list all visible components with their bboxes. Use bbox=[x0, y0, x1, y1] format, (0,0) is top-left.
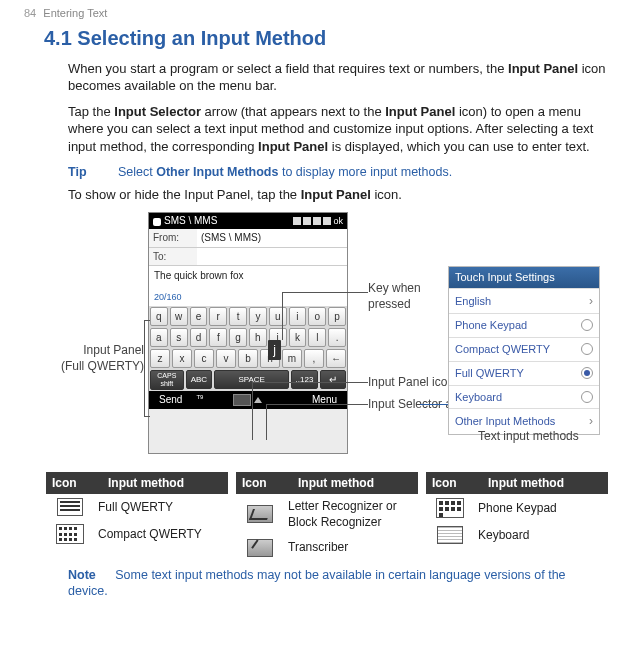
message-editor[interactable]: The quick brown fox 20/160 bbox=[149, 266, 347, 306]
key-l[interactable]: l bbox=[308, 328, 326, 347]
to-value[interactable] bbox=[197, 248, 347, 266]
table-row: Phone Keypad bbox=[426, 494, 608, 522]
send-softkey[interactable]: Send bbox=[159, 393, 182, 407]
method-label: Keyboard bbox=[455, 390, 502, 405]
from-row: From: (SMS \ MMS) bbox=[149, 229, 347, 248]
th-icon: Icon bbox=[46, 472, 102, 494]
callout-input-panel: Input Panel (Full QWERTY) bbox=[58, 342, 144, 374]
key-o[interactable]: o bbox=[308, 307, 326, 326]
table-row: Keyboard bbox=[426, 522, 608, 548]
radio-icon bbox=[581, 319, 593, 331]
method-name: Transcriber bbox=[282, 539, 416, 555]
figure: SMS \ MMS ok From: (SMS \ MMS) To: T bbox=[68, 212, 608, 462]
radio-icon bbox=[581, 391, 593, 403]
ok-button[interactable]: ok bbox=[333, 215, 343, 227]
method-item[interactable]: Keyboard bbox=[449, 385, 599, 409]
radio-icon bbox=[581, 367, 593, 379]
phone-topbar: SMS \ MMS ok bbox=[149, 213, 347, 229]
key-a[interactable]: a bbox=[150, 328, 168, 347]
input-methods-menu[interactable]: Touch Input Settings English›Phone Keypa… bbox=[448, 266, 600, 435]
symbol-key[interactable]: ..123 bbox=[291, 370, 317, 389]
key-,[interactable]: , bbox=[304, 349, 324, 368]
paragraph-3: To show or hide the Input Panel, tap the… bbox=[68, 186, 608, 204]
chevron-right-icon: › bbox=[589, 293, 593, 309]
pressed-key-popup: j bbox=[268, 340, 281, 360]
phone-screenshot: SMS \ MMS ok From: (SMS \ MMS) To: T bbox=[148, 212, 348, 454]
method-item[interactable]: English› bbox=[449, 288, 599, 313]
tip-line: Tip Select Other Input Methods to displa… bbox=[68, 164, 608, 181]
table-col3: Icon Input method Phone KeypadKeyboard bbox=[426, 472, 608, 561]
method-item[interactable]: Phone Keypad bbox=[449, 313, 599, 337]
paragraph-2: Tap the Input Selector arrow (that appea… bbox=[68, 103, 608, 156]
method-name: Compact QWERTY bbox=[92, 526, 226, 542]
method-item[interactable]: Compact QWERTY bbox=[449, 337, 599, 361]
to-row: To: bbox=[149, 248, 347, 267]
th-method: Input method bbox=[102, 472, 228, 494]
key-x[interactable]: x bbox=[172, 349, 192, 368]
method-label: Compact QWERTY bbox=[455, 342, 550, 357]
note-text: Some text input methods may not be avail… bbox=[68, 568, 566, 599]
radio-icon bbox=[581, 343, 593, 355]
softkey-bar: Send Menu bbox=[149, 391, 347, 409]
callout-key-pressed: Key when pressed bbox=[368, 280, 458, 312]
table-row: Transcriber bbox=[236, 535, 418, 561]
methods-header: Touch Input Settings bbox=[449, 267, 599, 288]
diag-icon bbox=[247, 505, 273, 523]
key-←[interactable]: ← bbox=[326, 349, 346, 368]
caps-shift-key[interactable]: CAPS shift bbox=[150, 370, 184, 390]
section-heading: 4.1 Selecting an Input Method bbox=[44, 25, 608, 52]
chevron-right-icon: › bbox=[589, 413, 593, 429]
key-r[interactable]: r bbox=[209, 307, 227, 326]
key-k[interactable]: k bbox=[289, 328, 307, 347]
key-h[interactable]: h bbox=[249, 328, 267, 347]
to-label: To: bbox=[149, 248, 197, 266]
key-p[interactable]: p bbox=[328, 307, 346, 326]
key-t[interactable]: t bbox=[229, 307, 247, 326]
key-z[interactable]: z bbox=[150, 349, 170, 368]
page: 84 Entering Text 4.1 Selecting an Input … bbox=[0, 0, 632, 626]
key-u[interactable]: u bbox=[269, 307, 287, 326]
method-name: Letter Recognizer or Block Recognizer bbox=[282, 498, 416, 530]
key-e[interactable]: e bbox=[190, 307, 208, 326]
from-value: (SMS \ MMS) bbox=[197, 229, 347, 247]
th-method: Input method bbox=[292, 472, 418, 494]
key-b[interactable]: b bbox=[238, 349, 258, 368]
key-d[interactable]: d bbox=[190, 328, 208, 347]
key-g[interactable]: g bbox=[229, 328, 247, 347]
lines-icon bbox=[57, 498, 83, 516]
input-method-tables: Icon Input method Full QWERTYCompact QWE… bbox=[46, 472, 608, 561]
note-line: Note Some text input methods may not be … bbox=[68, 567, 608, 601]
input-panel-icon[interactable] bbox=[233, 394, 251, 406]
pen-icon bbox=[247, 539, 273, 557]
key-.[interactable]: . bbox=[328, 328, 346, 347]
page-number: 84 bbox=[24, 7, 36, 19]
method-item[interactable]: Full QWERTY bbox=[449, 361, 599, 385]
key-w[interactable]: w bbox=[170, 307, 188, 326]
key-v[interactable]: v bbox=[216, 349, 236, 368]
key-y[interactable]: y bbox=[249, 307, 267, 326]
editor-text: The quick brown fox bbox=[154, 269, 342, 283]
table-row: Full QWERTY bbox=[46, 494, 228, 520]
th-icon: Icon bbox=[426, 472, 482, 494]
close-icon bbox=[323, 217, 331, 225]
table-col2: Icon Input method Letter Recognizer or B… bbox=[236, 472, 418, 561]
method-label: Phone Keypad bbox=[455, 318, 527, 333]
onscreen-keyboard[interactable]: qwertyuiop asdfghjkl. zxcvbnm,← CAPS shi… bbox=[149, 306, 347, 391]
from-label: From: bbox=[149, 229, 197, 247]
paragraph-1: When you start a program or select a fie… bbox=[68, 60, 608, 95]
running-header: 84 Entering Text bbox=[24, 0, 608, 23]
input-selector-arrow-icon[interactable] bbox=[254, 397, 262, 403]
key-m[interactable]: m bbox=[282, 349, 302, 368]
key-f[interactable]: f bbox=[209, 328, 227, 347]
key-c[interactable]: c bbox=[194, 349, 214, 368]
method-name: Phone Keypad bbox=[472, 500, 606, 516]
abc-key[interactable]: ABC T9 bbox=[186, 370, 212, 389]
volume-icon bbox=[313, 217, 321, 225]
key-q[interactable]: q bbox=[150, 307, 168, 326]
method-name: Full QWERTY bbox=[92, 499, 226, 515]
key-s[interactable]: s bbox=[170, 328, 188, 347]
key-i[interactable]: i bbox=[289, 307, 307, 326]
signal-icon bbox=[293, 217, 301, 225]
enter-key[interactable]: ↵ bbox=[320, 370, 346, 389]
wifi-icon bbox=[303, 217, 311, 225]
